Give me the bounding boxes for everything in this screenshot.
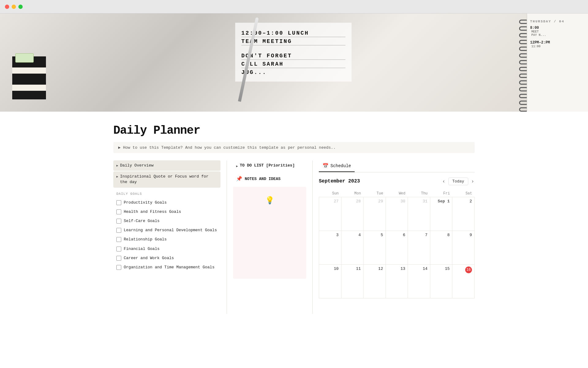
checkbox-productivity[interactable] [116,200,121,205]
prev-month-button[interactable]: ‹ [442,177,446,185]
checkbox-organization[interactable] [116,265,121,270]
goal-organization-label: Organization and Time Management Goals [124,265,214,270]
goal-health-label: Health and Fitness Goals [124,209,181,215]
goal-productivity-label: Productivity Goals [124,200,167,205]
cal-cell-sep10[interactable]: 10 [319,265,341,298]
cal-cell-sep14[interactable]: 14 [408,265,430,298]
middle-column: ▶ TO DO LIST [Priorities] 📌 NOTES AND ID… [227,160,312,314]
notes-pin-icon: 📌 [236,176,242,182]
checkbox-career[interactable] [116,256,121,261]
schedule-tab[interactable]: 📅 Schedule [319,160,355,172]
day-header-mon: Mon [341,190,364,197]
info-text: ▶ How to use this Template? And how you … [118,145,336,150]
inspirational-quote-label: Inspirational Quote or Focus word for th… [120,174,217,185]
goal-productivity[interactable]: Productivity Goals [113,198,221,207]
calendar-grid: Sun Mon Tue Wed Thu Fri Sat 27 28 29 [319,190,475,298]
cal-cell-sep5[interactable]: 5 [364,231,386,265]
goal-learning[interactable]: Learning and Personal Development Goals [113,226,221,235]
cal-cell-sep7[interactable]: 7 [408,231,430,265]
today-button[interactable]: Today [448,178,468,185]
checkbox-health[interactable] [116,209,121,214]
notes-area[interactable]: 💡 [233,187,306,279]
day-header-sat: Sat [452,190,475,197]
checkbox-selfcare[interactable] [116,219,121,224]
calendar-week-1: 27 28 29 30 31 Sep 1 2 [319,197,475,231]
calendar-tabs: 📅 Schedule [319,160,475,172]
cal-cell-sep8[interactable]: 8 [430,231,452,265]
checkbox-learning[interactable] [116,228,121,233]
day-header-wed: Wed [386,190,408,197]
goal-health[interactable]: Health and Fitness Goals [113,207,221,217]
cal-cell-aug31[interactable]: 31 [408,197,430,231]
day-header-thu: Thu [408,190,430,197]
page-title: Daily Planner [113,124,475,137]
cal-cell-aug30[interactable]: 30 [386,197,408,231]
page-content: Daily Planner ▶ How to use this Template… [95,124,493,314]
left-column: ▶ Daily Overview ▶ Inspirational Quote o… [113,160,227,314]
goal-learning-label: Learning and Personal Development Goals [124,228,217,233]
daily-overview-item[interactable]: ▶ Daily Overview [113,160,221,171]
todo-list-header[interactable]: ▶ TO DO LIST [Priorities] [233,160,306,171]
checkbox-relationship[interactable] [116,237,121,242]
minimize-button[interactable] [12,5,16,9]
todo-arrow-icon: ▶ [236,164,238,168]
cal-cell-sep9[interactable]: 9 [452,231,475,265]
cal-cell-sep4[interactable]: 4 [341,231,364,265]
cal-cell-sep11[interactable]: 11 [341,265,364,298]
goal-organization[interactable]: Organization and Time Management Goals [113,263,221,272]
arrow-icon-2: ▶ [116,175,118,178]
cal-cell-sep13[interactable]: 13 [386,265,408,298]
next-month-button[interactable]: › [471,177,475,185]
cal-cell-sep3[interactable]: 3 [319,231,341,265]
calendar-week-3: 10 11 12 13 14 15 16 [319,265,475,298]
goal-selfcare[interactable]: Self-Care Goals [113,217,221,226]
goal-selfcare-label: Self-Care Goals [124,218,160,224]
schedule-tab-label: Schedule [330,163,351,168]
goal-financial[interactable]: Financial Goals [113,244,221,254]
calendar-navigation: ‹ Today › [442,177,475,185]
maximize-button[interactable] [18,5,23,9]
cal-cell-aug29[interactable]: 29 [364,197,386,231]
cal-cell-aug27[interactable]: 27 [319,197,341,231]
goal-career-label: Career and Work Goals [124,255,174,261]
cal-cell-sep6[interactable]: 6 [386,231,408,265]
calendar-header: September 2023 ‹ Today › [319,177,475,185]
daily-overview-label: Daily Overview [120,163,153,168]
month-year-label: September 2023 [319,178,360,184]
cal-cell-sep12[interactable]: 12 [364,265,386,298]
cal-cell-sep1[interactable]: Sep 1 [430,197,452,231]
todo-label: TO DO LIST [Priorities] [240,163,295,168]
goal-financial-label: Financial Goals [124,246,160,252]
calendar-day-headers: Sun Mon Tue Wed Thu Fri Sat [319,190,475,197]
cal-cell-sep16-today[interactable]: 16 [452,265,475,298]
hero-banner: 12:00–1:00 LUNCH TEAM MEETING DON'T FORG… [0,13,588,112]
notes-label: NOTES AND IDEAS [245,177,281,181]
goal-career[interactable]: Career and Work Goals [113,254,221,263]
bulb-icon: 💡 [265,196,274,205]
calendar-icon: 📅 [322,163,329,169]
daily-goals-header: DAILY GOALS [116,192,221,196]
arrow-icon: ▶ [116,164,118,167]
goals-list: Productivity Goals Health and Fitness Go… [113,198,221,272]
window-chrome [0,0,588,13]
notes-header[interactable]: 📌 NOTES AND IDEAS [233,173,306,184]
handwriting-area: 12:00–1:00 LUNCH TEAM MEETING DON'T FORG… [235,23,388,105]
info-box[interactable]: ▶ How to use this Template? And how you … [113,142,475,153]
cal-cell-sep2[interactable]: 2 [452,197,475,231]
day-header-fri: Fri [430,190,452,197]
calendar-week-2: 3 4 5 6 7 8 9 [319,231,475,265]
cal-cell-sep15[interactable]: 15 [430,265,452,298]
day-header-tue: Tue [364,190,386,197]
inspirational-quote-item[interactable]: ▶ Inspirational Quote or Focus word for … [113,171,221,187]
checkbox-financial[interactable] [116,247,121,251]
planner-right: THURSDAY / 04 8:00 MEETPAY N... 12PM–2:P… [527,13,588,112]
goal-relationship[interactable]: Relationship Goals [113,235,221,244]
right-column-calendar: 📅 Schedule September 2023 ‹ Today › Sun … [312,160,475,314]
cal-cell-aug28[interactable]: 28 [341,197,364,231]
day-header-sun: Sun [319,190,341,197]
notebook-decoration [12,50,55,105]
goal-relationship-label: Relationship Goals [124,237,167,242]
main-layout: ▶ Daily Overview ▶ Inspirational Quote o… [113,160,475,314]
close-button[interactable] [5,5,9,9]
